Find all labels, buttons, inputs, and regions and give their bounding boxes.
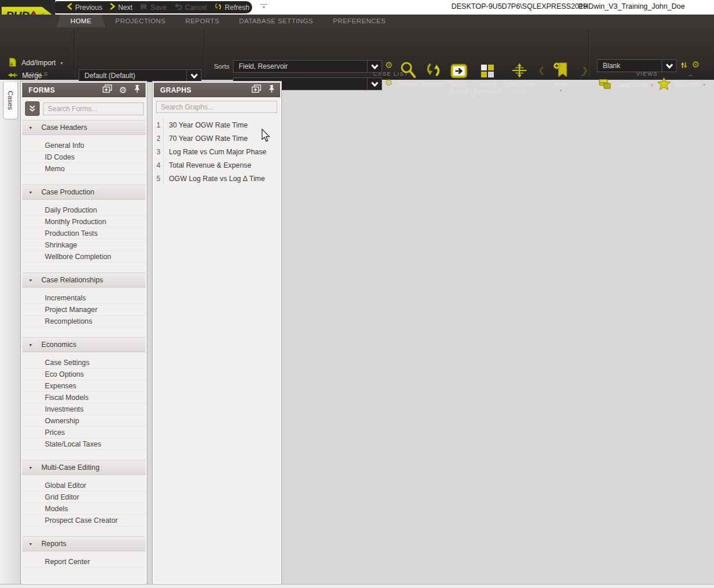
ribbon-scroll-right-icon[interactable]: ❯ xyxy=(582,66,588,75)
view-gear-icon[interactable]: ⚙ xyxy=(692,60,699,69)
form-item-fiscal-models[interactable]: Fiscal Models xyxy=(22,392,146,403)
graph-list-item-5[interactable]: 5OGW Log Rate vs Log Δ Time xyxy=(154,172,280,185)
graph-list-item-3[interactable]: 3Log Rate vs Cum Major Phase xyxy=(154,145,280,158)
forms-group-reports[interactable]: ▼Reports xyxy=(22,536,146,551)
graphs-search-input[interactable] xyxy=(156,101,277,113)
graphs-panel-title: GRAPHS xyxy=(160,86,252,94)
tab-preferences[interactable]: PREFERENCES xyxy=(323,15,396,27)
ribbon: TOOLS SCENARIO CASE LIST VIEWS ← ← ← Def… xyxy=(0,27,714,80)
form-item-state-local-taxes[interactable]: State/Local Taxes xyxy=(22,438,146,450)
search-icon xyxy=(400,58,417,79)
chevron-down-icon xyxy=(662,59,677,72)
form-item-memo[interactable]: Memo xyxy=(22,163,146,175)
form-item-recompletions[interactable]: Recompletions xyxy=(22,316,146,327)
form-item-report-center[interactable]: Report Center xyxy=(22,556,146,568)
add-button[interactable]: Add▾ xyxy=(545,58,577,93)
forms-group-case-production[interactable]: ▼Case Production xyxy=(22,185,146,200)
graphs-search-row xyxy=(154,97,280,116)
chevron-down-icon: ▾ xyxy=(703,82,705,87)
form-item-investments[interactable]: Investments xyxy=(22,403,146,415)
cancel-button[interactable]: Cancel xyxy=(174,3,207,12)
forms-group-case-headers[interactable]: ▼Case Headers xyxy=(22,120,146,135)
add-import-label: Add/Import xyxy=(22,59,56,67)
form-item-eco-options[interactable]: Eco Options xyxy=(22,369,146,380)
form-item-monthly-production[interactable]: Monthly Production xyxy=(22,216,146,228)
new-window-icon[interactable] xyxy=(102,84,112,95)
tab-projections[interactable]: PROJECTIONS xyxy=(105,15,175,27)
form-item-global-editor[interactable]: Global Editor xyxy=(22,480,146,491)
form-item-prices[interactable]: Prices xyxy=(22,427,146,438)
split-case-list-icon xyxy=(511,58,528,79)
forms-settings-gear-icon[interactable]: ⚙ xyxy=(119,86,127,94)
next-label: Next xyxy=(118,3,133,12)
forms-group-multi-case-editing[interactable]: ▼Multi-Case Editing xyxy=(22,460,146,475)
form-item-prospect-case-creator[interactable]: Prospect Case Creator xyxy=(22,515,146,526)
sorts-label: Sorts xyxy=(205,63,229,70)
form-item-project-manager[interactable]: Project Manager xyxy=(22,304,146,316)
save-view-button[interactable]: Save View ▾ xyxy=(599,79,653,91)
forms-search-input[interactable] xyxy=(43,102,144,115)
add-import-button[interactable]: Add/Import▾ xyxy=(8,58,63,68)
form-item-daily-production[interactable]: Daily Production xyxy=(22,204,146,216)
refresh-button[interactable]: Refresh xyxy=(214,2,249,12)
tab-reports[interactable]: REPORTS xyxy=(175,15,229,27)
merge-label: Merge xyxy=(22,72,42,80)
cancel-label: Cancel xyxy=(185,3,207,12)
graph-item-number: 4 xyxy=(154,158,164,172)
collapse-triangle-icon: ▼ xyxy=(29,343,33,347)
tab-database-settings[interactable]: DATABASE SETTINGS xyxy=(229,15,323,27)
go-to-active-button[interactable]: Go To Active xyxy=(446,58,472,95)
pin-icon[interactable] xyxy=(268,84,275,95)
graph-list-item-1[interactable]: 130 Year OGW Rate Time xyxy=(154,118,280,132)
save-view-icon xyxy=(599,79,611,91)
search-button[interactable]: Search xyxy=(396,58,420,88)
next-button[interactable]: Next xyxy=(110,3,133,12)
chevron-down-icon xyxy=(367,77,382,90)
chevron-down-icon xyxy=(367,60,382,73)
split-case-list-label: Split Case List xyxy=(504,80,535,95)
form-item-production-tests[interactable]: Production Tests xyxy=(22,228,146,239)
new-window-icon[interactable] xyxy=(252,84,261,95)
form-item-id-codes[interactable]: ID Codes xyxy=(22,151,146,163)
sorts-dropdown[interactable]: Field, Reservoir xyxy=(233,60,382,73)
sorts-gear-icon[interactable]: ⚙ xyxy=(385,61,393,70)
invert-selection-button[interactable]: Invert Selection xyxy=(472,58,503,95)
graph-item-number: 1 xyxy=(154,118,164,132)
refresh-icon xyxy=(214,2,222,12)
previous-button[interactable]: Previous xyxy=(67,3,102,12)
view-sync-icon[interactable] xyxy=(680,61,688,72)
filters-gear-icon[interactable]: ⚙ xyxy=(385,78,393,87)
scenario-dropdown[interactable]: Default (Default) xyxy=(79,69,202,82)
add-label: Add xyxy=(555,80,567,88)
collapse-all-button[interactable] xyxy=(25,101,40,116)
graph-list-item-4[interactable]: 4Total Revenue & Expense xyxy=(154,158,280,172)
form-item-incrementals[interactable]: Incrementals xyxy=(22,292,146,304)
form-item-expenses[interactable]: Expenses xyxy=(22,380,146,392)
forms-group-case-relationships[interactable]: ▼Case Relationships xyxy=(22,272,146,288)
cases-side-tab[interactable]: Cases xyxy=(3,82,18,119)
save-view-label: Save View xyxy=(614,81,647,89)
pin-icon[interactable] xyxy=(134,84,140,95)
forms-group-economics[interactable]: ▼Economics xyxy=(22,337,146,352)
form-item-case-settings[interactable]: Case Settings xyxy=(22,357,146,369)
collapse-triangle-icon: ▼ xyxy=(29,190,33,194)
form-item-wellbore-completion[interactable]: Wellbore Completion xyxy=(22,251,146,263)
form-item-grid-editor[interactable]: Grid Editor xyxy=(22,491,146,503)
view-dropdown[interactable]: Blank xyxy=(597,59,677,72)
form-item-shrinkage[interactable]: Shrinkage xyxy=(22,239,146,251)
refresh-button[interactable]: Refresh xyxy=(420,58,446,88)
graph-list-item-2[interactable]: 270 Year OGW Rate Time xyxy=(154,132,280,145)
graphs-panel: GRAPHS 130 Year OGW Rate Time270 Year OG… xyxy=(153,82,281,584)
form-item-models[interactable]: Models xyxy=(22,503,146,515)
chevron-down-icon: ▾ xyxy=(61,61,63,66)
form-item-general-info[interactable]: General Info xyxy=(22,140,146,151)
form-item-ownership[interactable]: Ownership xyxy=(22,415,146,427)
forms-group-label: Economics xyxy=(41,341,76,349)
tab-home[interactable]: HOME xyxy=(56,15,105,27)
ribbon-scroll-left-icon[interactable]: ❮ xyxy=(538,66,545,75)
split-case-list-button[interactable]: Split Case List xyxy=(502,58,537,95)
chevron-down-icon xyxy=(186,69,202,82)
save-button[interactable]: Save xyxy=(140,3,166,12)
quick-access-customize-button[interactable]: ▾ xyxy=(260,4,267,10)
favorite-button[interactable]: Favorite ▾ xyxy=(657,77,705,92)
